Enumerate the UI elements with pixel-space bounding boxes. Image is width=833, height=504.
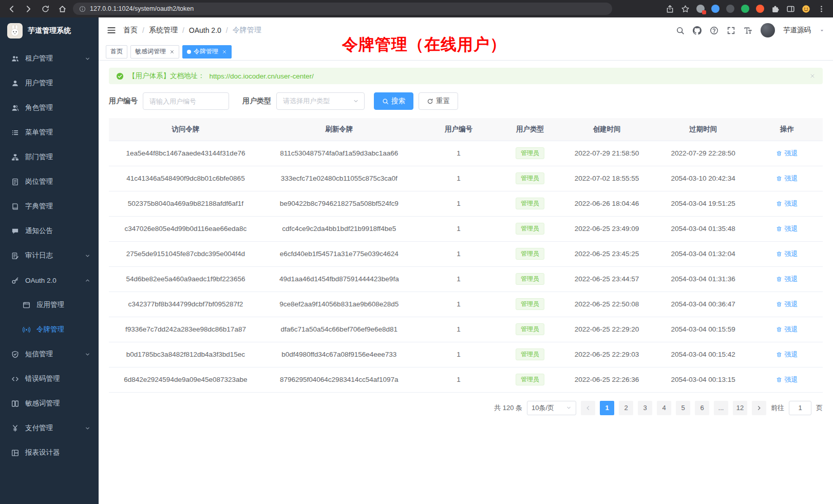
sidebar-item-5[interactable]: 岗位管理 — [0, 169, 99, 194]
user-menu-caret-icon[interactable] — [819, 28, 825, 33]
app-logo[interactable]: 芋道管理系统 — [0, 17, 99, 44]
page-button-1[interactable]: 1 — [600, 401, 614, 415]
extension-orange-icon[interactable] — [756, 5, 764, 13]
home-icon[interactable] — [58, 5, 67, 13]
user-type-cell: 管理员 — [501, 367, 558, 392]
breadcrumb-separator: / — [182, 26, 184, 34]
table-row: 41c41346a548490f9dc8b01c6bfe0865333ecfc7… — [109, 166, 823, 191]
search-button[interactable]: 搜索 — [374, 92, 413, 110]
address-bar[interactable]: 127.0.0.1:1024/system/oauth2/token — [73, 3, 612, 15]
sidebar-item-label: 租户管理 — [25, 54, 53, 63]
menu-dots-icon[interactable] — [817, 5, 826, 13]
breadcrumb-item-2[interactable]: OAuth 2.0 — [189, 26, 221, 34]
extension-grey-icon[interactable] — [696, 5, 705, 13]
page-size-select[interactable]: 10条/页 — [527, 401, 576, 415]
page-button-4[interactable]: 4 — [657, 401, 671, 415]
sidebar-item-13[interactable]: 错误码管理 — [0, 366, 99, 391]
share-icon[interactable] — [666, 5, 674, 13]
sidebar-item-1[interactable]: 用户管理 — [0, 71, 99, 95]
force-logout-button[interactable]: 强退 — [776, 350, 798, 359]
page-button-...[interactable]: ... — [714, 401, 728, 415]
sidebar-item-6[interactable]: 字典管理 — [0, 194, 99, 219]
created-time-cell: 2022-06-25 23:45:25 — [559, 241, 655, 266]
created-time-cell: 2022-06-25 22:50:08 — [559, 292, 655, 317]
extension-blue-icon[interactable] — [711, 5, 720, 13]
sidebar-collapse-button[interactable] — [107, 26, 116, 35]
pay-icon — [11, 424, 19, 432]
action-cell: 强退 — [751, 342, 823, 367]
breadcrumb-item-1[interactable]: 系统管理 — [149, 26, 178, 35]
back-icon[interactable] — [7, 5, 16, 13]
force-logout-button[interactable]: 强退 — [776, 249, 798, 259]
sidebar-item-11[interactable]: 令牌管理 — [0, 317, 99, 342]
force-logout-button[interactable]: 强退 — [776, 224, 798, 234]
extension-dark-icon[interactable] — [726, 5, 734, 13]
force-logout-button[interactable]: 强退 — [776, 149, 798, 158]
sidebar-item-2[interactable]: 角色管理 — [0, 95, 99, 120]
forward-icon[interactable] — [24, 5, 33, 13]
profile-emoji-icon[interactable] — [802, 5, 810, 13]
page-button-12[interactable]: 12 — [733, 401, 747, 415]
bookmark-star-icon[interactable] — [681, 5, 690, 13]
user-id-cell: 1 — [416, 317, 502, 342]
goto-page-input[interactable] — [789, 401, 811, 415]
sidebar-item-0[interactable]: 租户管理 — [0, 46, 99, 71]
sidebar-item-16[interactable]: 报表设计器 — [0, 440, 99, 465]
force-logout-button[interactable]: 强退 — [776, 375, 798, 384]
sidebar-item-12[interactable]: 短信管理 — [0, 342, 99, 366]
doc-link[interactable]: https://doc.iocoder.cn/user-center/ — [210, 72, 314, 80]
help-icon[interactable] — [710, 26, 718, 35]
chevron-up-icon — [85, 278, 90, 283]
tab-close-icon[interactable] — [222, 49, 227, 54]
extension-green-icon[interactable] — [741, 5, 749, 13]
success-check-icon — [116, 72, 124, 80]
user-type-select[interactable]: 请选择用户类型 — [276, 92, 365, 110]
site-info-icon[interactable] — [79, 6, 86, 12]
tab-1[interactable]: 敏感词管理 — [130, 45, 179, 59]
sidebar-item-3[interactable]: 菜单管理 — [0, 120, 99, 145]
force-logout-button[interactable]: 强退 — [776, 300, 798, 309]
github-icon[interactable] — [693, 26, 702, 35]
extensions-puzzle-icon[interactable] — [771, 5, 780, 13]
alert-close-icon[interactable] — [809, 73, 816, 79]
force-logout-label: 强退 — [784, 375, 798, 384]
force-logout-label: 强退 — [784, 174, 798, 183]
reset-button[interactable]: 重置 — [419, 92, 458, 110]
sidebar-item-4[interactable]: 部门管理 — [0, 145, 99, 169]
page-button-5[interactable]: 5 — [676, 401, 690, 415]
split-view-icon[interactable] — [786, 5, 795, 13]
user-type-cell: 管理员 — [501, 342, 558, 367]
force-logout-label: 强退 — [784, 149, 798, 158]
sidebar-item-9[interactable]: OAuth 2.0 — [0, 268, 99, 293]
username[interactable]: 芋道源码 — [783, 26, 811, 35]
fullscreen-icon[interactable] — [727, 26, 735, 35]
user-id-input[interactable] — [143, 92, 229, 110]
sidebar-item-10[interactable]: 应用管理 — [0, 293, 99, 317]
next-page-button[interactable] — [752, 401, 766, 415]
tab-2[interactable]: 令牌管理 — [182, 45, 232, 59]
tab-0[interactable]: 首页 — [106, 45, 127, 59]
force-logout-button[interactable]: 强退 — [776, 325, 798, 334]
user-type-badge: 管理员 — [516, 223, 544, 235]
page-button-6[interactable]: 6 — [695, 401, 709, 415]
force-logout-button[interactable]: 强退 — [776, 275, 798, 284]
topbar-icons — [676, 26, 752, 35]
sidebar-item-7[interactable]: 通知公告 — [0, 219, 99, 243]
info-alert: 【用户体系】文档地址： https://doc.iocoder.cn/user-… — [109, 68, 823, 84]
search-icon[interactable] — [676, 26, 685, 35]
tab-close-icon[interactable] — [169, 49, 175, 54]
force-logout-button[interactable]: 强退 — [776, 199, 798, 208]
errcode-icon — [11, 375, 19, 383]
refresh-icon[interactable] — [41, 5, 50, 13]
page-button-3[interactable]: 3 — [638, 401, 652, 415]
sidebar-item-14[interactable]: 敏感词管理 — [0, 391, 99, 416]
sidebar-item-15[interactable]: 支付管理 — [0, 416, 99, 440]
goto-label: 前往 — [771, 403, 784, 413]
page-button-2[interactable]: 2 — [619, 401, 633, 415]
breadcrumb-item-0[interactable]: 首页 — [123, 26, 138, 35]
sidebar-item-8[interactable]: 审计日志 — [0, 243, 99, 268]
force-logout-button[interactable]: 强退 — [776, 174, 798, 183]
font-size-icon[interactable] — [744, 26, 752, 35]
user-avatar[interactable] — [761, 23, 775, 37]
prev-page-button[interactable] — [581, 401, 595, 415]
